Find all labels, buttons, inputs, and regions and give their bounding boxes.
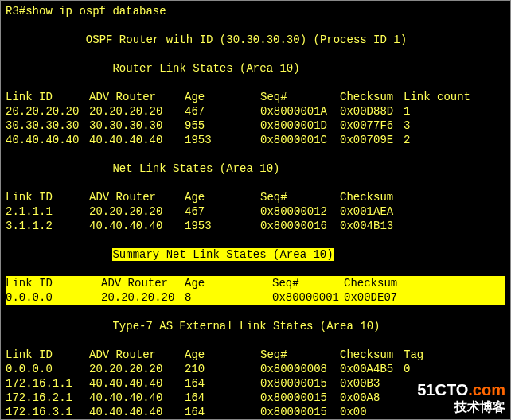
col-age: Age bbox=[185, 348, 260, 362]
cell-seq: 0x8000001C bbox=[260, 133, 340, 147]
cell-seq: 0x8000001A bbox=[260, 104, 340, 119]
blank-line bbox=[6, 147, 505, 161]
cell-chk: 0x00B3 bbox=[340, 376, 404, 391]
cell-seq: 0x80000008 bbox=[260, 362, 340, 376]
cell-link: 0.0.0.0 bbox=[6, 290, 101, 305]
blank-line bbox=[6, 333, 505, 348]
section-title-router: Router Link States (Area 10) bbox=[6, 61, 505, 76]
col-adv: ADV Router bbox=[89, 348, 185, 362]
table-row: 0.0.0.020.20.20.202100x800000080x00A4B50 bbox=[6, 362, 505, 376]
section-title-text: Summary Net Link States (Area 10) bbox=[112, 248, 333, 261]
col-adv: ADV Router bbox=[89, 190, 185, 204]
cell-extra: 0 bbox=[404, 362, 410, 376]
cell-link: 3.1.1.2 bbox=[6, 219, 89, 233]
table-header-summary: Link IDADV RouterAgeSeq#Checksum bbox=[6, 276, 505, 290]
section-title-text: Net Link States (Area 10) bbox=[112, 162, 279, 175]
blank-line bbox=[6, 233, 505, 247]
table-row: 0.0.0.020.20.20.2080x800000010x00DE07 bbox=[6, 290, 505, 305]
cell-age: 164 bbox=[185, 376, 260, 391]
section-title-text: Router Link States (Area 10) bbox=[112, 62, 299, 75]
cell-extra: 3 bbox=[404, 119, 410, 133]
cell-age: 8 bbox=[185, 290, 272, 305]
ospf-header-text: OSPF Router with ID (30.30.30.30) (Proce… bbox=[86, 33, 407, 46]
table-row: 172.16.3.140.40.40.401640x800000150x00 bbox=[6, 405, 505, 419]
cell-age: 1953 bbox=[185, 133, 260, 147]
cell-chk: 0x00DE07 bbox=[344, 290, 397, 305]
col-link: Link ID bbox=[6, 90, 89, 104]
cell-age: 164 bbox=[185, 405, 260, 419]
col-age: Age bbox=[185, 90, 260, 104]
col-adv: ADV Router bbox=[101, 276, 185, 290]
col-link: Link ID bbox=[6, 348, 89, 362]
cell-adv: 40.40.40.40 bbox=[89, 405, 185, 419]
col-seq: Seq# bbox=[272, 276, 344, 290]
cell-seq: 0x80000001 bbox=[272, 290, 344, 305]
cell-chk: 0x00D88D bbox=[340, 104, 404, 119]
cell-chk: 0x004B13 bbox=[340, 219, 404, 233]
cell-link: 172.16.2.1 bbox=[6, 391, 89, 405]
table-row: 172.16.1.140.40.40.401640x800000150x00B3 bbox=[6, 376, 505, 391]
cell-adv: 20.20.20.20 bbox=[101, 290, 185, 305]
col-chk: Checksum bbox=[340, 348, 404, 362]
col-age: Age bbox=[185, 276, 272, 290]
col-seq: Seq# bbox=[260, 190, 340, 204]
cell-seq: 0x80000015 bbox=[260, 376, 340, 391]
col-seq: Seq# bbox=[260, 90, 340, 104]
col-extra: Tag bbox=[404, 348, 423, 362]
table-row: 3.1.1.240.40.40.4019530x800000160x004B13 bbox=[6, 219, 505, 233]
cell-adv: 20.20.20.20 bbox=[89, 362, 185, 376]
cell-chk: 0x00A8 bbox=[340, 391, 404, 405]
cell-chk: 0x00 bbox=[340, 405, 404, 419]
section-title-net: Net Link States (Area 10) bbox=[6, 161, 505, 176]
col-extra: Link count bbox=[404, 90, 470, 104]
cell-age: 955 bbox=[185, 119, 260, 133]
ospf-header: OSPF Router with ID (30.30.30.30) (Proce… bbox=[6, 33, 505, 47]
table-row: 20.20.20.2020.20.20.204670x8000001A0x00D… bbox=[6, 104, 505, 119]
col-chk: Checksum bbox=[340, 190, 404, 204]
cell-adv: 40.40.40.40 bbox=[89, 133, 185, 147]
table-header-router: Link IDADV RouterAgeSeq#ChecksumLink cou… bbox=[6, 90, 505, 104]
col-chk: Checksum bbox=[344, 276, 397, 290]
table-row: 40.40.40.4040.40.40.4019530x8000001C0x00… bbox=[6, 133, 505, 147]
table-header-net: Link IDADV RouterAgeSeq#Checksum bbox=[6, 190, 505, 204]
col-link: Link ID bbox=[6, 190, 89, 204]
section-title-summary: Summary Net Link States (Area 10) bbox=[6, 247, 505, 262]
col-adv: ADV Router bbox=[89, 90, 185, 104]
blank-line bbox=[6, 305, 505, 319]
cell-link: 172.16.3.1 bbox=[6, 405, 89, 419]
cell-seq: 0x80000015 bbox=[260, 391, 340, 405]
col-age: Age bbox=[185, 190, 260, 204]
blank-line bbox=[6, 18, 505, 33]
cell-seq: 0x80000012 bbox=[260, 204, 340, 219]
table-row: 2.1.1.120.20.20.204670x800000120x001AEA bbox=[6, 204, 505, 219]
cell-adv: 40.40.40.40 bbox=[89, 219, 185, 233]
col-seq: Seq# bbox=[260, 348, 340, 362]
cell-link: 172.16.1.1 bbox=[6, 376, 89, 391]
table-row: 172.16.2.140.40.40.401640x800000150x00A8 bbox=[6, 391, 505, 405]
cell-chk: 0x0077F6 bbox=[340, 119, 404, 133]
cell-link: 40.40.40.40 bbox=[6, 133, 89, 147]
cell-seq: 0x80000015 bbox=[260, 405, 340, 419]
section-title-text: Type-7 AS External Link States (Area 10) bbox=[112, 320, 380, 332]
cell-age: 164 bbox=[185, 391, 260, 405]
col-link: Link ID bbox=[6, 276, 101, 290]
cell-chk: 0x00A4B5 bbox=[340, 362, 404, 376]
table-header-type7: Link IDADV RouterAgeSeq#ChecksumTag bbox=[6, 348, 505, 362]
blank-line bbox=[6, 176, 505, 190]
cell-extra: 1 bbox=[404, 104, 410, 119]
cell-adv: 40.40.40.40 bbox=[89, 391, 185, 405]
cell-adv: 30.30.30.30 bbox=[89, 119, 185, 133]
cell-age: 210 bbox=[185, 362, 260, 376]
cell-link: 0.0.0.0 bbox=[6, 362, 89, 376]
blank-line bbox=[6, 76, 505, 90]
cell-link: 30.30.30.30 bbox=[6, 119, 89, 133]
cell-age: 467 bbox=[185, 104, 260, 119]
cell-age: 467 bbox=[185, 204, 260, 219]
cell-adv: 20.20.20.20 bbox=[89, 204, 185, 219]
cell-chk: 0x00709E bbox=[340, 133, 404, 147]
cell-extra: 2 bbox=[404, 133, 410, 147]
cell-link: 20.20.20.20 bbox=[6, 104, 89, 119]
section-title-type7: Type-7 AS External Link States (Area 10) bbox=[6, 319, 505, 333]
cell-seq: 0x8000001D bbox=[260, 119, 340, 133]
cell-seq: 0x80000016 bbox=[260, 219, 340, 233]
